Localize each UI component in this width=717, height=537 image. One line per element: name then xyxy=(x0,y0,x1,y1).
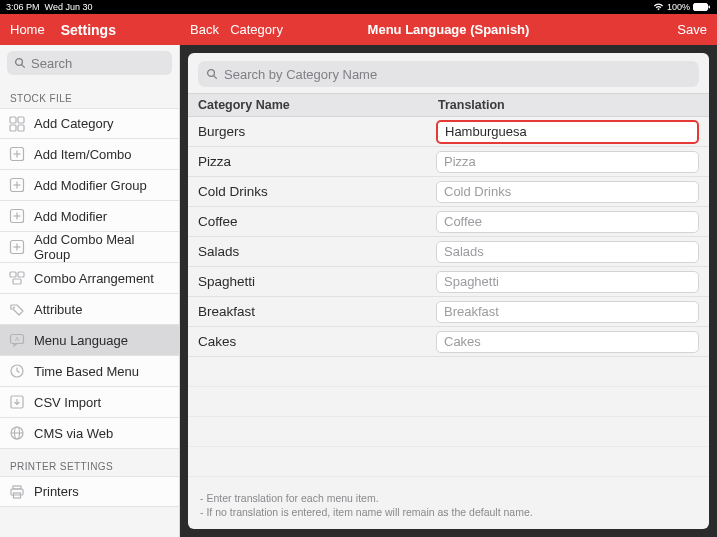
import-icon xyxy=(8,393,26,411)
sidebar: STOCK FILE Add CategoryAdd Item/ComboAdd… xyxy=(0,45,180,537)
category-search-input[interactable] xyxy=(224,67,691,82)
back-category[interactable]: Category xyxy=(230,22,283,37)
sidebar-item-label: Add Modifier Group xyxy=(34,178,147,193)
svg-rect-7 xyxy=(18,125,24,131)
tag-icon xyxy=(8,300,26,318)
svg-rect-4 xyxy=(10,117,16,123)
table-row: Salads xyxy=(188,237,709,267)
sidebar-item-cms-via-web[interactable]: CMS via Web xyxy=(0,418,179,449)
sidebar-item-csv-import[interactable]: CSV Import xyxy=(0,387,179,418)
footnote: - Enter translation for each menu item. … xyxy=(188,485,709,529)
category-search[interactable] xyxy=(198,61,699,87)
svg-rect-21 xyxy=(18,272,24,277)
svg-rect-22 xyxy=(13,279,21,284)
svg-line-28 xyxy=(17,371,20,373)
translation-input[interactable] xyxy=(436,241,699,263)
svg-line-3 xyxy=(22,65,25,68)
grid-icon xyxy=(8,115,26,133)
plus-icon xyxy=(8,176,26,194)
svg-line-37 xyxy=(214,76,217,79)
nav-settings[interactable]: Settings xyxy=(61,22,116,38)
search-icon xyxy=(206,68,218,80)
sidebar-item-attribute[interactable]: Attribute xyxy=(0,294,179,325)
svg-rect-0 xyxy=(694,4,708,11)
battery-pct: 100% xyxy=(667,2,690,12)
category-name: Cold Drinks xyxy=(198,184,436,199)
main-panel: Category Name Translation BurgersPizzaCo… xyxy=(180,45,717,537)
category-name: Pizza xyxy=(198,154,436,169)
battery-icon xyxy=(693,3,711,11)
table-row: Burgers xyxy=(188,117,709,147)
plus-icon xyxy=(8,238,26,256)
sidebar-item-label: Attribute xyxy=(34,302,82,317)
sidebar-item-add-category[interactable]: Add Category xyxy=(0,108,179,139)
table-row: Breakfast xyxy=(188,297,709,327)
status-date: Wed Jun 30 xyxy=(45,2,93,12)
sidebar-item-label: Add Category xyxy=(34,116,114,131)
col-translation: Translation xyxy=(436,98,709,112)
table-row: Spaghetti xyxy=(188,267,709,297)
app-header: Home Settings Back Category Menu Languag… xyxy=(0,14,717,45)
sidebar-item-printers[interactable]: Printers xyxy=(0,476,179,507)
category-name: Burgers xyxy=(198,124,436,139)
sidebar-search[interactable] xyxy=(7,51,172,75)
sidebar-item-label: Add Item/Combo xyxy=(34,147,132,162)
sidebar-item-label: Add Combo Meal Group xyxy=(34,232,171,262)
svg-text:A: A xyxy=(15,336,19,342)
sidebar-item-combo-arrangement[interactable]: Combo Arrangement xyxy=(0,263,179,294)
svg-rect-1 xyxy=(709,6,711,9)
svg-rect-6 xyxy=(10,125,16,131)
translation-input[interactable] xyxy=(436,301,699,323)
translation-input[interactable] xyxy=(436,120,699,144)
translation-input[interactable] xyxy=(436,331,699,353)
sidebar-item-label: CMS via Web xyxy=(34,426,113,441)
sidebar-item-label: Printers xyxy=(34,484,79,499)
svg-rect-20 xyxy=(10,272,16,277)
sidebar-item-add-item-combo[interactable]: Add Item/Combo xyxy=(0,139,179,170)
col-category-name: Category Name xyxy=(188,98,436,112)
svg-point-23 xyxy=(13,307,15,309)
sidebar-item-menu-language[interactable]: AMenu Language xyxy=(0,325,179,356)
sidebar-search-input[interactable] xyxy=(31,56,199,71)
combo-icon xyxy=(8,269,26,287)
status-time: 3:06 PM xyxy=(6,2,40,12)
chat-icon: A xyxy=(8,331,26,349)
translation-input[interactable] xyxy=(436,181,699,203)
translation-input[interactable] xyxy=(436,211,699,233)
sidebar-item-add-modifier[interactable]: Add Modifier xyxy=(0,201,179,232)
printer-icon xyxy=(8,483,26,501)
category-name: Salads xyxy=(198,244,436,259)
table-row: Coffee xyxy=(188,207,709,237)
nav-home[interactable]: Home xyxy=(10,22,45,37)
sidebar-item-add-modifier-group[interactable]: Add Modifier Group xyxy=(0,170,179,201)
translation-input[interactable] xyxy=(436,271,699,293)
section-printer-settings: PRINTER SETTINGS xyxy=(0,449,179,476)
clock-icon xyxy=(8,362,26,380)
web-icon xyxy=(8,424,26,442)
sidebar-item-label: Menu Language xyxy=(34,333,128,348)
plus-icon xyxy=(8,207,26,225)
category-name: Spaghetti xyxy=(198,274,436,289)
category-name: Breakfast xyxy=(198,304,436,319)
back-button[interactable]: Back xyxy=(190,22,219,37)
plus-icon xyxy=(8,145,26,163)
section-stock-file: STOCK FILE xyxy=(0,81,179,108)
category-name: Coffee xyxy=(198,214,436,229)
table-header: Category Name Translation xyxy=(188,93,709,117)
table-row: Cold Drinks xyxy=(188,177,709,207)
sidebar-item-label: CSV Import xyxy=(34,395,101,410)
save-button[interactable]: Save xyxy=(677,22,707,37)
wifi-icon xyxy=(653,3,664,11)
category-name: Cakes xyxy=(198,334,436,349)
svg-rect-5 xyxy=(18,117,24,123)
sidebar-item-label: Time Based Menu xyxy=(34,364,139,379)
sidebar-item-add-combo-meal-group[interactable]: Add Combo Meal Group xyxy=(0,232,179,263)
table-row: Pizza xyxy=(188,147,709,177)
search-icon xyxy=(14,57,26,69)
translation-input[interactable] xyxy=(436,151,699,173)
table-row: Cakes xyxy=(188,327,709,357)
svg-rect-34 xyxy=(11,489,23,495)
sidebar-item-label: Add Modifier xyxy=(34,209,107,224)
status-bar: 3:06 PM Wed Jun 30 100% xyxy=(0,0,717,14)
sidebar-item-time-based-menu[interactable]: Time Based Menu xyxy=(0,356,179,387)
